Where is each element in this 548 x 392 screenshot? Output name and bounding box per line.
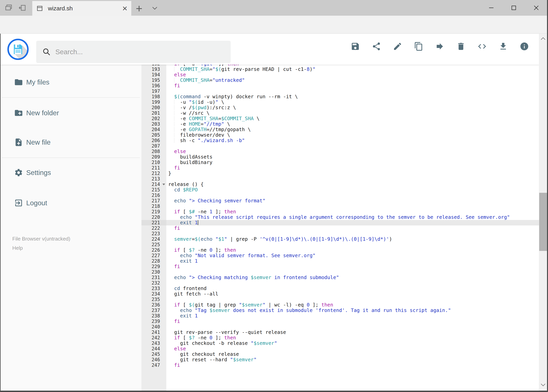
sidebar-item-label: Settings [26,169,51,176]
code-line[interactable]: 203 -e HOME="//tmp" \ [141,121,539,127]
tabs-aside-icon[interactable] [18,4,27,13]
line-number: 208 [141,149,166,154]
code-line[interactable]: 199 -u "$(id -u)" \ [141,99,539,105]
code-line[interactable]: 243 git checkout -b release "$semver" [141,341,539,346]
scroll-up-icon[interactable] [540,36,546,42]
code-line[interactable]: 214release () { [141,182,539,187]
code-line[interactable]: 210 buildBinary [141,160,539,165]
info-button[interactable] [520,42,529,51]
code-line[interactable]: 193 COMMIT_SHA="$(git rev-parse HEAD | c… [141,67,539,72]
code-line[interactable]: 195 COMMIT_SHA="untracked" [141,77,539,83]
tab-title: wizard.sh [48,5,122,12]
sidebar-item-my-files[interactable]: My files [0,73,141,91]
code-line[interactable]: 201 -w //src \ [141,110,539,116]
code-line[interactable]: 234 git fetch --all [141,291,539,297]
code-line[interactable]: 241 git rev-parse --verify --quiet relea… [141,329,539,335]
code-line[interactable]: 222 fi [141,225,539,231]
code-line[interactable]: 225 [141,242,539,247]
code-line[interactable]: 224 semver=$(echo "$1" | grep -P '^v(0|[… [141,236,539,242]
code-line[interactable]: 240 [141,324,539,329]
edit-button[interactable] [393,42,402,51]
code-line[interactable]: 233 cd frontend [141,286,539,291]
line-number: 234 [141,291,166,297]
code-line[interactable]: 229 fi [141,264,539,269]
code-line[interactable]: 216 [141,193,539,198]
code-line[interactable]: 212} [141,171,539,176]
code-line[interactable]: 230 [141,269,539,275]
search-input[interactable]: Search... [36,41,231,63]
tab-list-chevron-icon[interactable] [151,4,159,12]
code-line[interactable]: 202 -e COMMIT_SHA=$COMMIT_SHA \ [141,116,539,121]
browser-tab[interactable]: wizard.sh × [32,1,131,16]
code-button[interactable] [477,42,487,51]
scroll-down-icon[interactable] [540,383,546,388]
move-button[interactable] [435,42,444,51]
code-line[interactable]: 245 git checkout release [141,351,539,357]
minimize-button[interactable] [483,0,499,16]
text-cursor [198,220,198,225]
code-line[interactable]: 217 echo "> Checking semver format" [141,198,539,203]
code-line[interactable]: 237 echo "Tag $semver does not exist in … [141,308,539,313]
sidebar-item-new-folder[interactable]: New folder [0,104,141,122]
save-button[interactable] [351,42,360,51]
code-line[interactable]: 207 [141,143,539,149]
close-button[interactable] [528,0,544,16]
code-line[interactable]: 206 sh -c "./wizard.sh -b" [141,138,539,143]
code-line[interactable]: 204 -e GOPATH=//tmp/gopath \ [141,127,539,132]
sidebar-item-settings[interactable]: Settings [0,163,141,182]
code-line[interactable]: 242 if [ $? -ne 0 ]; then [141,335,539,341]
code-line[interactable]: 213 [141,176,539,182]
code-line[interactable]: 235 [141,297,539,302]
code-line[interactable]: 197 [141,88,539,94]
help-link[interactable]: Help [12,245,23,251]
code-line[interactable]: 228 exit 1 [141,258,539,264]
search-icon [42,47,51,56]
code-line[interactable]: 220 echo "This release script requires a… [141,215,539,220]
sidebar-item-logout[interactable]: Logout [0,194,141,212]
code-line[interactable]: 246 git reset --hard "$semver" [141,357,539,363]
code-line[interactable]: 219 if [ $# -ne 1 ]; then [141,209,539,215]
code-line[interactable]: 198 $(command -v winpty) docker run --rm… [141,94,539,99]
folder-plus-icon [14,108,23,117]
line-number: 203 [141,121,166,127]
tab-close-icon[interactable]: × [122,4,127,13]
code-line[interactable]: 247 fi [141,363,539,368]
code-editor[interactable]: 192 if [ -d ".git" ]; then193 COMMIT_SHA… [141,65,539,391]
code-lines: 192 if [ -d ".git" ]; then193 COMMIT_SHA… [141,65,539,368]
code-line[interactable]: 227 echo "Not valid semver format. See s… [141,253,539,258]
code-line[interactable]: 238 exit 1 [141,313,539,319]
code-line[interactable]: 218 [141,203,539,209]
filebrowser-logo[interactable] [7,38,29,61]
code-line[interactable]: 211 fi [141,165,539,171]
maximize-button[interactable] [506,0,522,16]
code-line[interactable]: 196 fi [141,83,539,88]
code-line[interactable]: 208 else [141,149,539,154]
new-tab-icon[interactable]: + [135,1,144,15]
line-number: 219 [141,209,166,215]
code-line[interactable]: 215 cd $REPO [141,187,539,193]
download-button[interactable] [499,42,508,51]
scrollbar-thumb[interactable] [539,193,547,251]
code-line[interactable]: 231 echo "> Checking matching $semver in… [141,275,539,280]
code-line[interactable]: 239 fi [141,319,539,324]
code-line[interactable]: 209 buildAssets [141,154,539,160]
line-number: 240 [141,324,166,329]
code-line[interactable]: 236 if [ $(git tag | grep "$semver" | wc… [141,302,539,308]
tab-preview-icon[interactable] [4,4,13,13]
delete-button[interactable] [456,42,466,51]
code-line[interactable]: 226 if [ $? -ne 0 ]; then [141,247,539,253]
vertical-scrollbar[interactable] [539,34,547,391]
code-line[interactable]: 205 filebrowser/dev \ [141,132,539,138]
code-line[interactable]: 232 [141,280,539,286]
share-button[interactable] [372,42,381,51]
line-number: 207 [141,143,166,149]
header-actions [351,42,529,51]
code-line[interactable]: 194 else [141,72,539,77]
copy-button[interactable] [414,42,423,51]
code-line[interactable]: 223 [141,231,539,236]
fold-marker-icon[interactable] [162,184,165,185]
code-line[interactable]: 221 exit 1 [141,220,539,225]
code-line[interactable]: 244 else [141,346,539,351]
sidebar-item-new-file[interactable]: New file [0,133,141,152]
code-line[interactable]: 200 -v /$(pwd):/src:z \ [141,105,539,110]
